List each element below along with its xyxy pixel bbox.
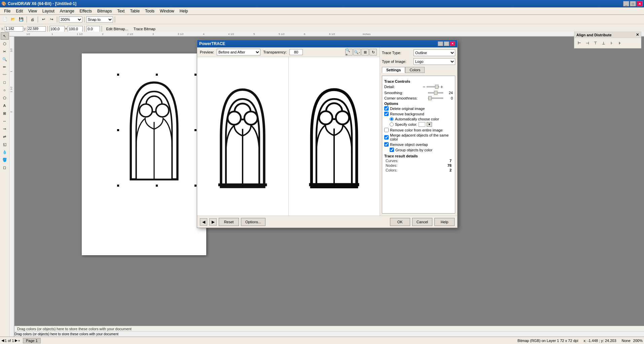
print-button[interactable]: 🖨 bbox=[29, 16, 36, 23]
ellipse-tool[interactable]: ○ bbox=[1, 86, 9, 94]
handle-br[interactable] bbox=[194, 185, 196, 187]
shape-tool[interactable]: ⬡ bbox=[1, 40, 9, 47]
smart-draw-tool[interactable]: 〰 bbox=[1, 71, 9, 78]
transparency-input[interactable] bbox=[289, 49, 303, 55]
next-page-button[interactable]: ▶ bbox=[15, 338, 17, 343]
corner-thumb[interactable] bbox=[428, 96, 432, 100]
save-button[interactable]: 💾 bbox=[17, 16, 25, 23]
handle-mr[interactable] bbox=[194, 129, 196, 131]
handle-tr[interactable] bbox=[194, 74, 196, 76]
menu-help[interactable]: Help bbox=[177, 8, 191, 14]
dialog-minimize-button[interactable]: _ bbox=[438, 41, 443, 46]
handle-bl[interactable] bbox=[117, 185, 119, 187]
menu-table[interactable]: Table bbox=[127, 8, 142, 14]
y-input[interactable] bbox=[27, 26, 46, 32]
align-center-h-button[interactable]: ⊣ bbox=[584, 39, 591, 47]
merge-adjacent-checkbox[interactable] bbox=[384, 135, 389, 140]
tab-settings[interactable]: Settings bbox=[382, 67, 405, 73]
undo-button[interactable]: ↩ bbox=[40, 16, 47, 23]
new-button[interactable]: 📄 bbox=[1, 16, 9, 23]
connector-tool[interactable]: ⊸ bbox=[1, 125, 9, 132]
maximize-button[interactable]: □ bbox=[630, 1, 636, 6]
auto-choose-radio[interactable] bbox=[390, 117, 394, 121]
dialog-maximize-button[interactable]: □ bbox=[444, 41, 449, 46]
rotation-input[interactable] bbox=[86, 26, 100, 32]
smoothing-slider[interactable] bbox=[428, 92, 443, 93]
table-tool[interactable]: ⊞ bbox=[1, 110, 9, 117]
menu-effects[interactable]: Effects bbox=[77, 8, 95, 14]
smoothing-thumb[interactable] bbox=[434, 91, 437, 95]
dialog-close-button[interactable]: ✕ bbox=[450, 41, 455, 46]
menu-window[interactable]: Window bbox=[157, 8, 177, 14]
align-bottom-button[interactable]: ⊧ bbox=[616, 39, 623, 47]
menu-file[interactable]: File bbox=[1, 8, 13, 14]
rectangle-tool[interactable]: □ bbox=[1, 79, 9, 86]
back-button[interactable]: ◀ bbox=[200, 218, 207, 226]
transparency-tool[interactable]: ◱ bbox=[1, 141, 9, 148]
handle-bm[interactable] bbox=[156, 185, 158, 187]
select-tool[interactable]: ↖ bbox=[1, 32, 9, 40]
align-center-v-button[interactable]: ⊦ bbox=[608, 39, 615, 47]
menu-bitmaps[interactable]: Bitmaps bbox=[95, 8, 114, 14]
forward-button[interactable]: ▶ bbox=[209, 218, 217, 226]
image-type-select[interactable]: Logo Line Art Detailed Logo Clipart Low … bbox=[414, 58, 455, 65]
tab-colors[interactable]: Colors bbox=[405, 67, 425, 73]
menu-edit[interactable]: Edit bbox=[13, 8, 26, 14]
refresh-button[interactable]: ↻ bbox=[369, 49, 377, 55]
remove-background-checkbox[interactable] bbox=[384, 112, 389, 116]
menu-arrange[interactable]: Arrange bbox=[57, 8, 77, 14]
crop-tool[interactable]: ✂ bbox=[1, 48, 9, 55]
ok-button[interactable]: OK bbox=[390, 218, 410, 226]
detail-minus[interactable]: − bbox=[423, 84, 425, 89]
freehand-tool[interactable]: ✏ bbox=[1, 63, 9, 71]
specify-color-radio[interactable] bbox=[390, 122, 394, 126]
delete-original-checkbox[interactable] bbox=[384, 106, 389, 111]
menu-layout[interactable]: Layout bbox=[40, 8, 57, 14]
redo-button[interactable]: ↪ bbox=[48, 16, 55, 23]
x-input[interactable] bbox=[5, 26, 23, 32]
close-button[interactable]: ✕ bbox=[637, 1, 643, 6]
fill-tool[interactable]: 🪣 bbox=[1, 156, 9, 163]
prev-page-button[interactable]: ◀ bbox=[1, 338, 4, 343]
text-tool[interactable]: A bbox=[1, 102, 9, 109]
zoom-in-preview-button[interactable]: 🔍+ bbox=[345, 49, 353, 55]
trace-type-select[interactable]: Outline Centerline bbox=[414, 49, 455, 56]
width-input[interactable] bbox=[49, 26, 65, 32]
cancel-button[interactable]: Cancel bbox=[412, 218, 432, 226]
open-button[interactable]: 📂 bbox=[9, 16, 17, 23]
corner-slider[interactable] bbox=[428, 98, 443, 99]
detail-slider[interactable] bbox=[427, 86, 439, 87]
zoom-out-preview-button[interactable]: 🔍- bbox=[353, 49, 361, 55]
align-top-button[interactable]: ⊥ bbox=[600, 39, 607, 47]
fit-page-button[interactable]: ⊞ bbox=[361, 49, 369, 55]
preview-dropdown[interactable]: Before and After Before Only After Only … bbox=[217, 49, 260, 55]
eyedropper-tool[interactable]: 💧 bbox=[1, 148, 9, 156]
menu-text[interactable]: Text bbox=[114, 8, 127, 14]
zoom-tool[interactable]: 🔍 bbox=[1, 55, 9, 63]
align-right-button[interactable]: ⊤ bbox=[592, 39, 599, 47]
height-input[interactable] bbox=[68, 26, 83, 32]
outline-tool[interactable]: ◻ bbox=[1, 164, 9, 171]
dialog-title-bar[interactable]: PowerTRACE _ □ ✕ bbox=[197, 40, 457, 47]
snap-to-select[interactable]: Snap to bbox=[86, 16, 113, 23]
page-tab[interactable]: Page 1 bbox=[23, 338, 41, 343]
remove-overlap-checkbox[interactable] bbox=[384, 142, 389, 147]
color-picker-button[interactable]: ▼ bbox=[427, 122, 432, 127]
detail-thumb[interactable] bbox=[435, 85, 438, 89]
group-by-color-checkbox[interactable] bbox=[390, 148, 394, 152]
options-button[interactable]: Options... bbox=[241, 218, 265, 226]
remove-entire-checkbox[interactable] bbox=[384, 128, 389, 132]
minimize-button[interactable]: _ bbox=[623, 1, 629, 6]
menu-tools[interactable]: Tools bbox=[142, 8, 157, 14]
dimension-tool[interactable]: ↔ bbox=[1, 117, 9, 125]
zoom-select[interactable]: 200%100%50% bbox=[59, 16, 82, 23]
align-panel-close[interactable]: ✕ bbox=[636, 33, 639, 37]
polygon-tool[interactable]: ⬠ bbox=[1, 94, 9, 102]
help-button[interactable]: Help bbox=[434, 218, 455, 226]
blend-tool[interactable]: ⇌ bbox=[1, 133, 9, 140]
detail-plus[interactable]: + bbox=[440, 84, 443, 89]
align-left-button[interactable]: ⊢ bbox=[576, 39, 583, 47]
menu-view[interactable]: View bbox=[26, 8, 40, 14]
add-page-button[interactable]: + bbox=[18, 339, 20, 343]
reset-button[interactable]: Reset bbox=[219, 218, 239, 226]
